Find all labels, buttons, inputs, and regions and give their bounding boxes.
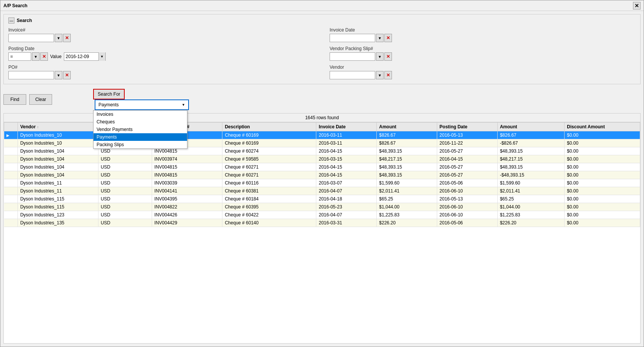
clear-button[interactable]: Clear <box>29 94 52 105</box>
post-date-cell: 2016-05-13 <box>437 195 498 203</box>
dropdown-item-invoices[interactable]: Invoices <box>94 110 187 118</box>
vendor-packing-slip-input-row: ▼ ✕ <box>330 52 636 61</box>
amount-column-header-2[interactable]: Amount <box>497 123 564 131</box>
post-date-cell: 2016-05-27 <box>437 147 498 155</box>
currency-cell: USD <box>98 195 152 203</box>
po-number-clear-btn[interactable]: ✕ <box>63 71 71 79</box>
vendor-input[interactable] <box>330 71 375 79</box>
amount-cell: $65.25 <box>497 195 564 203</box>
collapse-icon: — <box>10 19 13 23</box>
vendor-packing-slip-dropdown-btn[interactable]: ▼ <box>376 52 384 61</box>
posting-date-x-icon: ✕ <box>42 54 46 59</box>
dropdown-item-cheques[interactable]: Cheques <box>94 118 187 126</box>
vendor-packing-slip-x-icon: ✕ <box>386 54 390 59</box>
expand-icon[interactable]: ▶ <box>6 133 10 137</box>
vendor-packing-slip-clear-btn[interactable]: ✕ <box>384 52 392 61</box>
amount-cell: $2,011.41 <box>497 187 564 195</box>
table-row[interactable]: Dyson Industries_123USDINV004426Cheque #… <box>4 211 640 219</box>
invoice-cell: INV004822 <box>152 203 222 211</box>
posting-date-operator-input[interactable] <box>8 52 31 61</box>
vendor-sort-icon: ↑ <box>37 125 39 129</box>
invoice-cell: INV003974 <box>152 155 222 163</box>
description-cell: Cheque # 60271 <box>222 163 316 171</box>
posting-date-operator-dropdown[interactable]: ▼ <box>32 52 40 61</box>
invoice-cell: INV004426 <box>152 211 222 219</box>
post-date-cell: 2016-05-27 <box>437 163 498 171</box>
inv-amount-cell: $65.25 <box>377 195 437 203</box>
vendor-column-header[interactable]: Vendor ↑ <box>18 123 98 131</box>
expand-cell <box>4 147 18 155</box>
search-for-dropdown: Invoices Cheques Vendor Payments Payment… <box>93 110 187 149</box>
table-row[interactable]: Dyson Industries_11USDINV003039Cheque # … <box>4 179 640 187</box>
po-number-input-row: ▼ ✕ <box>8 71 314 79</box>
currency-cell: USD <box>98 211 152 219</box>
table-row[interactable]: Dyson Industries_11USDINV004141Cheque # … <box>4 187 640 195</box>
expand-cell <box>4 171 18 179</box>
po-number-input[interactable] <box>8 71 54 79</box>
inv-date-cell: 2016-04-18 <box>316 195 377 203</box>
action-bar: Find Clear Search For Payments ▼ Invoice… <box>3 89 641 110</box>
find-button[interactable]: Find <box>3 94 26 105</box>
discount-cell: $0.00 <box>565 155 640 163</box>
invoice-date-clear-btn[interactable]: ✕ <box>384 34 392 42</box>
dropdown-item-vendor-payments[interactable]: Vendor Payments <box>94 126 187 133</box>
search-for-value-display[interactable]: Payments ▼ <box>95 99 189 110</box>
posting-date-value: 2016-12-09 <box>64 53 98 60</box>
amount-cell: -$826.67 <box>497 139 564 147</box>
vendor-clear-btn[interactable]: ✕ <box>384 71 392 79</box>
inv-amount-cell: $226.20 <box>377 219 437 227</box>
posting-date-value-combo[interactable]: 2016-12-09 ▼ <box>64 52 106 61</box>
table-row[interactable]: Dyson Industries_115USDINV004395Cheque #… <box>4 195 640 203</box>
table-row[interactable]: Dyson Industries_104USDINV004815Cheque #… <box>4 171 640 179</box>
post-date-cell: 2016-05-06 <box>437 179 498 187</box>
inv-amount-cell: $48,393.15 <box>377 163 437 171</box>
invoice-number-input[interactable] <box>8 34 54 42</box>
table-row[interactable]: Dyson Industries_104USDINV004815Cheque #… <box>4 163 640 171</box>
vendor-cell: Dyson Industries_104 <box>18 171 98 179</box>
invoice-number-dropdown-btn[interactable]: ▼ <box>55 34 62 42</box>
table-container[interactable]: Vendor ↑ Currency Vendor Invoice# Descri… <box>4 122 640 343</box>
discount-cell: $0.00 <box>565 163 640 171</box>
description-cell: Cheque # 60271 <box>222 171 316 179</box>
vendor-dropdown-btn[interactable]: ▼ <box>376 71 384 79</box>
search-header: — Search <box>8 17 636 24</box>
amount-column-header-1[interactable]: Amount <box>377 123 437 131</box>
currency-cell: USD <box>98 203 152 211</box>
collapse-button[interactable]: — <box>8 17 14 24</box>
dropdown-item-payments[interactable]: Payments <box>94 133 187 141</box>
search-for-dropdown-arrow: ▼ <box>180 103 187 107</box>
dropdown-item-packing-slips[interactable]: Packing Slips <box>94 141 187 148</box>
description-cell: Cheque # 60395 <box>222 203 316 211</box>
amount-cell: $48,217.15 <box>497 155 564 163</box>
description-column-header[interactable]: Description <box>222 123 316 131</box>
table-row[interactable]: Dyson Industries_135USDINV004429Cheque #… <box>4 219 640 227</box>
inv-date-cell: 2016-03-07 <box>316 179 377 187</box>
inv-amount-cell: $48,217.15 <box>377 155 437 163</box>
vendor-packing-slip-input[interactable] <box>330 52 375 61</box>
posting-date-clear-btn[interactable]: ✕ <box>40 52 48 61</box>
po-number-x-icon: ✕ <box>65 73 69 78</box>
close-button[interactable]: ✕ <box>633 2 641 9</box>
inv-amount-cell: $48,393.15 <box>377 147 437 155</box>
vendor-cell: Dyson Industries_104 <box>18 147 98 155</box>
table-row[interactable]: Dyson Industries_104USDINV003974Cheque #… <box>4 155 640 163</box>
discount-cell: $0.00 <box>565 211 640 219</box>
invoice-number-clear-btn[interactable]: ✕ <box>63 34 71 42</box>
posting-date-column-header[interactable]: Posting Date <box>437 123 498 131</box>
po-number-dropdown-btn[interactable]: ▼ <box>55 71 62 79</box>
invoice-date-column-header[interactable]: Invoice Date <box>316 123 377 131</box>
po-number-label: PO# <box>8 65 314 70</box>
inv-amount-cell: $2,011.41 <box>377 187 437 195</box>
posting-date-value-dropdown[interactable]: ▼ <box>98 52 105 61</box>
invoice-date-input[interactable] <box>330 34 375 42</box>
vendor-cell: Dyson Industries_104 <box>18 155 98 163</box>
invoice-number-input-row: ▼ ✕ <box>8 34 314 42</box>
discount-amount-column-header[interactable]: Discount Amount <box>565 123 640 131</box>
vendor-cell: Dyson Industries_135 <box>18 219 98 227</box>
table-row[interactable]: Dyson Industries_115USDINV004822Cheque #… <box>4 203 640 211</box>
invoice-cell: INV004815 <box>152 171 222 179</box>
discount-cell: $0.00 <box>565 203 640 211</box>
search-for-button[interactable]: Search For <box>93 89 125 99</box>
invoice-date-dropdown-btn[interactable]: ▼ <box>376 34 384 42</box>
description-cell: Cheque # 60169 <box>222 139 316 147</box>
